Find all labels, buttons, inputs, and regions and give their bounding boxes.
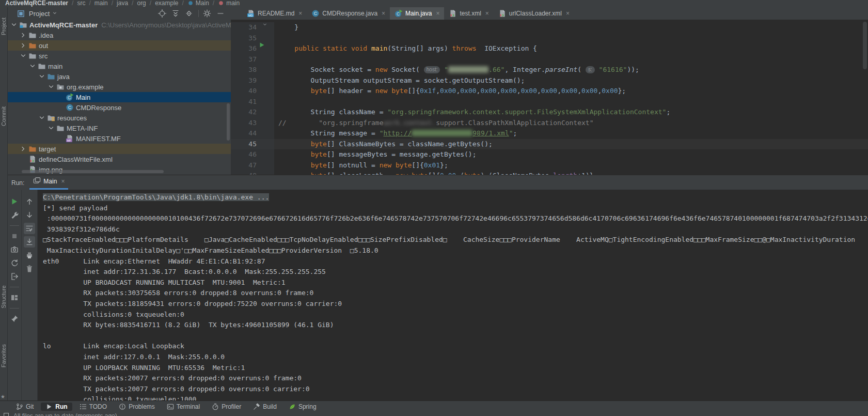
- tree-item-meta-inf[interactable]: META-INF: [7, 123, 231, 133]
- tree-item-target[interactable]: target: [7, 144, 231, 154]
- chev-down-icon[interactable]: [38, 114, 46, 122]
- tool-window-stripe-project[interactable]: Project: [1, 18, 7, 35]
- favorites-star-icon[interactable]: ★: [1, 394, 5, 399]
- breadcrumb-item[interactable]: ActiveMqRCE-master: [5, 0, 68, 7]
- chev-down-icon[interactable]: [47, 83, 55, 91]
- hide-button[interactable]: [215, 9, 226, 18]
- tree-item-main[interactable]: CMain: [7, 92, 231, 102]
- scroll-to-end-button[interactable]: [24, 236, 35, 248]
- chevron-down-icon[interactable]: [52, 10, 58, 18]
- tool-window-button-git[interactable]: Git: [11, 403, 38, 411]
- svg-text:MD: MD: [248, 14, 253, 17]
- editor-scrollbar[interactable]: [863, 22, 867, 69]
- tool-window-stripe-favorites[interactable]: Favorites: [1, 344, 7, 367]
- editor-tab-urlclassloader-xml[interactable]: urlClassLoader.xml×: [494, 7, 574, 20]
- chev-down-icon[interactable]: [10, 21, 18, 29]
- line-number: 47: [231, 160, 261, 171]
- method-dot-icon: [218, 0, 224, 6]
- soft-wrap-button[interactable]: [24, 223, 35, 234]
- clear-button[interactable]: [24, 263, 35, 274]
- expand-all-button[interactable]: [184, 9, 194, 18]
- tree-item-cmdresponse[interactable]: CCMDResponse: [7, 102, 231, 113]
- chev-down-icon[interactable]: [38, 72, 46, 81]
- tool-window-stripe-structure[interactable]: Structure: [1, 285, 7, 309]
- print-button[interactable]: [24, 250, 35, 261]
- tool-window-stripe-commit[interactable]: Commit: [1, 106, 7, 126]
- settings-button[interactable]: [202, 9, 212, 18]
- breadcrumb-item[interactable]: src: [77, 0, 85, 7]
- close-icon[interactable]: ×: [436, 10, 439, 17]
- code-editor[interactable]: 34 }3536 public static void main(String[…: [231, 20, 868, 175]
- exit-icon: [10, 272, 19, 281]
- screenshot-button[interactable]: [9, 244, 20, 255]
- collapse-all-button[interactable]: [170, 9, 181, 18]
- exit-button[interactable]: [9, 271, 20, 282]
- close-icon[interactable]: ×: [485, 10, 489, 17]
- locate-button[interactable]: [157, 9, 167, 18]
- tree-item-img-png[interactable]: img.png: [7, 164, 231, 175]
- editor-tab-readme-md[interactable]: MDREADME.md×: [242, 7, 307, 20]
- project-panel-title[interactable]: Project: [29, 10, 50, 18]
- tree-item-defineclasswritefile-xml[interactable]: defineClassWriteFile.xml: [7, 154, 231, 164]
- up-button[interactable]: [24, 196, 35, 207]
- editor-tab-main-java[interactable]: CMain.java×: [390, 7, 444, 20]
- console-line: inet addr:172.31.36.177 Bcast:0.0.0.0 Ma…: [43, 267, 868, 278]
- tree-item-org-example[interactable]: org.example: [7, 82, 231, 92]
- tool-window-button-spring[interactable]: Spring: [284, 403, 321, 411]
- tab-label: test.xml: [460, 10, 481, 17]
- pin-button[interactable]: [9, 313, 20, 325]
- tab-label: README.md: [258, 10, 294, 17]
- close-icon[interactable]: ×: [382, 10, 385, 17]
- scroll-to-end-icon: [25, 238, 34, 246]
- code-line-41: 41: [231, 97, 868, 107]
- rerun-button[interactable]: [9, 196, 20, 207]
- tool-window-button-profiler[interactable]: Profiler: [207, 403, 246, 411]
- console-line: □StackTraceEnabled□□□PlatformDetails □Ja…: [43, 235, 868, 245]
- breadcrumb-item[interactable]: main: [218, 0, 240, 7]
- tree-item-label: resources: [57, 114, 87, 122]
- tool-window-button-problems[interactable]: Problems: [114, 403, 160, 411]
- breadcrumb-item[interactable]: main: [94, 0, 108, 7]
- breadcrumb-item[interactable]: Main: [187, 0, 209, 7]
- tool-window-button-terminal[interactable]: Terminal: [162, 403, 204, 411]
- console-line: TX packets:181859431 errors:0 dropped:75…: [43, 299, 868, 310]
- editor-tab-cmdresponse-java[interactable]: CCMDResponse.java×: [307, 7, 390, 20]
- line-number: 48: [231, 171, 261, 175]
- settings-wrench-button[interactable]: [9, 209, 20, 221]
- run-tab-main[interactable]: Main ×: [29, 177, 68, 190]
- rebuild-button[interactable]: [9, 257, 20, 269]
- chev-down-icon[interactable]: [28, 62, 37, 70]
- down-button[interactable]: [24, 209, 35, 221]
- layout-button[interactable]: [9, 292, 20, 303]
- tree-item-resources[interactable]: resources: [7, 113, 231, 123]
- chev-right-icon[interactable]: [19, 145, 27, 153]
- tree-item-java[interactable]: java: [7, 71, 231, 82]
- tool-window-button-build[interactable]: Build: [248, 403, 281, 411]
- tree-item-out[interactable]: out: [7, 40, 231, 51]
- tool-window-button-todo[interactable]: TODO: [75, 403, 112, 411]
- tree-item-main[interactable]: main: [7, 61, 231, 71]
- project-tree-horizontal-scrollbar[interactable]: [22, 170, 164, 173]
- tree-item-src[interactable]: src: [7, 51, 231, 61]
- tree-item--idea[interactable]: .idea: [7, 30, 231, 40]
- tree-item-manifest-mf[interactable]: MFMANIFEST.MF: [7, 133, 231, 144]
- editor-tab-test-xml[interactable]: test.xml×: [444, 7, 493, 20]
- code-line-46: 46 byte[] messageBytes = message.getByte…: [231, 149, 868, 160]
- breadcrumb-item[interactable]: java: [117, 0, 128, 7]
- stop-button[interactable]: [9, 230, 20, 242]
- close-icon[interactable]: ×: [566, 10, 570, 17]
- editor-tab-bar: MDREADME.md×CCMDResponse.java×CMain.java…: [231, 7, 868, 20]
- tree-item-activemqrce-master[interactable]: ActiveMqRCE-masterC:\Users\Anonymous\Des…: [7, 20, 231, 30]
- chev-right-icon[interactable]: [19, 31, 27, 39]
- chev-down-icon[interactable]: [19, 52, 27, 60]
- close-icon[interactable]: ×: [298, 10, 302, 17]
- run-console-output[interactable]: C:\Penetration\ProgramTools\Java\jdk1.8\…: [38, 190, 868, 401]
- tool-window-button-run[interactable]: Run: [41, 403, 72, 411]
- close-icon[interactable]: ×: [61, 178, 65, 185]
- breadcrumb-item[interactable]: example: [155, 0, 178, 7]
- breadcrumb-item[interactable]: org: [137, 0, 146, 7]
- project-tree-vertical-scrollbar[interactable]: [227, 103, 230, 141]
- console-line: eth0 Link encap:Ethernet HWaddr 4E:E1:CA…: [43, 256, 868, 267]
- chev-down-icon[interactable]: [47, 124, 55, 132]
- chev-right-icon[interactable]: [19, 41, 27, 50]
